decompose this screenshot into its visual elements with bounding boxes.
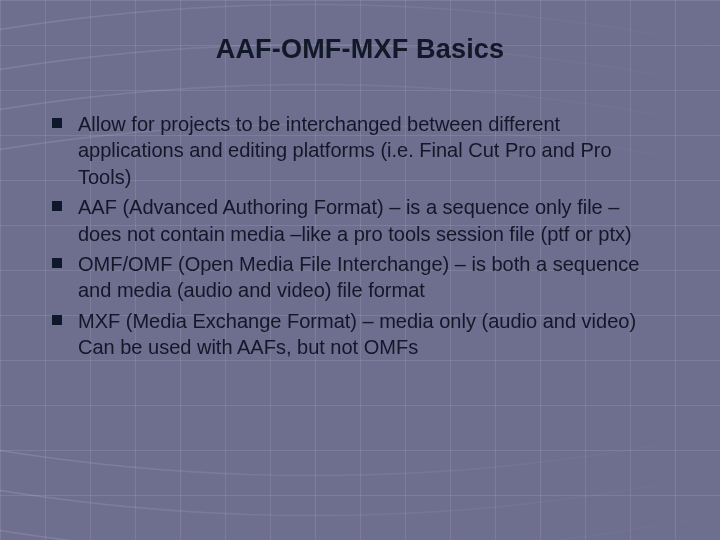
list-item: Allow for projects to be interchanged be… <box>50 111 666 190</box>
list-item: MXF (Media Exchange Format) – media only… <box>50 308 666 361</box>
list-item: OMF/OMF (Open Media File Interchange) – … <box>50 251 666 304</box>
bullet-list: Allow for projects to be interchanged be… <box>48 111 672 361</box>
list-item: AAF (Advanced Authoring Format) – is a s… <box>50 194 666 247</box>
bullet-square-icon <box>52 118 62 128</box>
bullet-text: AAF (Advanced Authoring Format) – is a s… <box>78 196 632 244</box>
bullet-text: Allow for projects to be interchanged be… <box>78 113 612 188</box>
slide-title: AAF-OMF-MXF Basics <box>48 34 672 65</box>
bullet-square-icon <box>52 258 62 268</box>
bullet-text: OMF/OMF (Open Media File Interchange) – … <box>78 253 639 301</box>
bullet-text: MXF (Media Exchange Format) – media only… <box>78 310 636 358</box>
slide: AAF-OMF-MXF Basics Allow for projects to… <box>0 0 720 540</box>
bullet-square-icon <box>52 315 62 325</box>
bullet-square-icon <box>52 201 62 211</box>
